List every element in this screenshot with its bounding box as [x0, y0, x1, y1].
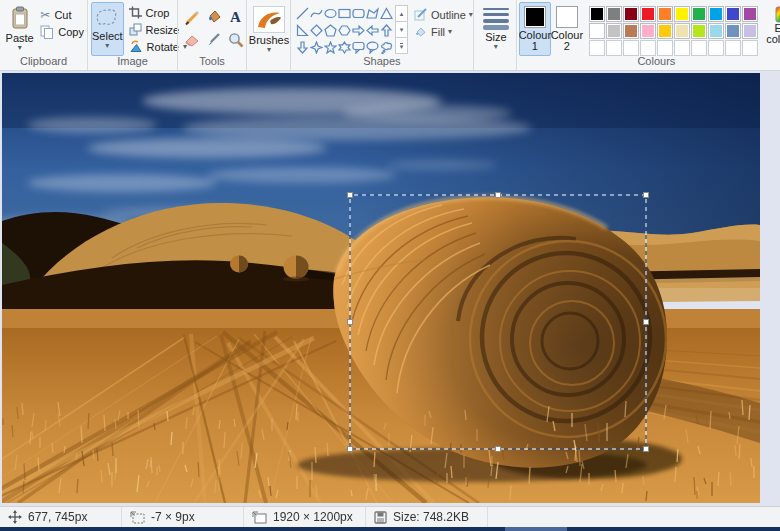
palette-swatch-r2-0[interactable] — [589, 23, 605, 39]
shape-polygon[interactable] — [365, 5, 379, 22]
palette-swatch-r1-2[interactable] — [623, 6, 639, 22]
text-tool-button[interactable]: A — [225, 6, 246, 28]
shape-four-point-star[interactable] — [309, 39, 323, 56]
palette-swatch-r1-6[interactable] — [691, 6, 707, 22]
shape-five-point-star[interactable] — [323, 39, 337, 56]
shape-hexagon[interactable] — [337, 22, 351, 39]
palette-swatch-empty-6[interactable] — [691, 40, 707, 56]
shape-up-arrow[interactable] — [379, 22, 393, 39]
colour2-swatch — [556, 6, 578, 28]
save-icon — [374, 511, 387, 524]
line-icon — [296, 7, 309, 20]
copy-button[interactable]: Copy — [37, 23, 87, 40]
paste-button[interactable]: Paste ▾ — [4, 2, 35, 56]
brushes-button[interactable]: Brushes ▾ — [248, 2, 290, 56]
paste-dropdown-arrow[interactable]: ▾ — [18, 44, 22, 51]
palette-swatch-empty-7[interactable] — [708, 40, 724, 56]
select-dropdown-arrow[interactable]: ▾ — [105, 42, 109, 49]
hexagon-icon — [338, 24, 351, 37]
magnifier-tool-button[interactable] — [225, 29, 246, 51]
fill-dropdown-arrow[interactable]: ▾ — [448, 28, 452, 35]
file-size-value: Size: 748.2KB — [393, 510, 469, 524]
edit-colours-icon — [775, 6, 780, 23]
pencil-tool-button[interactable] — [181, 6, 202, 28]
shape-six-point-star[interactable] — [337, 39, 351, 56]
eraser-tool-button[interactable] — [181, 29, 202, 51]
shape-diamond[interactable] — [309, 22, 323, 39]
palette-swatch-r1-7[interactable] — [708, 6, 724, 22]
cut-button[interactable]: ✂ Cut — [37, 6, 87, 23]
palette-swatch-r2-9[interactable] — [742, 23, 758, 39]
photo-canvas[interactable] — [2, 73, 760, 503]
four-point-star-icon — [310, 41, 323, 54]
left-arrow-icon — [366, 24, 379, 37]
palette-swatch-r2-3[interactable] — [640, 23, 656, 39]
shape-triangle[interactable] — [379, 5, 393, 22]
group-clipboard: Paste ▾ ✂ Cut Copy Clipboard — [0, 0, 87, 70]
palette-swatch-empty-9[interactable] — [742, 40, 758, 56]
palette-swatch-empty-5[interactable] — [674, 40, 690, 56]
palette-swatch-empty-8[interactable] — [725, 40, 741, 56]
shape-rectangle[interactable] — [337, 5, 351, 22]
color-picker-tool-button[interactable] — [203, 29, 224, 51]
oval-icon — [324, 7, 337, 20]
palette-swatch-r2-7[interactable] — [708, 23, 724, 39]
cursor-position-value: 677, 745px — [28, 510, 87, 524]
palette-swatch-r1-8[interactable] — [725, 6, 741, 22]
shapes-scroll-up-button[interactable]: ▴ — [395, 5, 408, 22]
palette-swatch-r2-5[interactable] — [674, 23, 690, 39]
shape-right-triangle[interactable] — [295, 22, 309, 39]
shape-oval-callout[interactable] — [365, 39, 379, 56]
colour1-button[interactable]: Colour1 — [519, 2, 551, 56]
colour2-button[interactable]: Colour2 — [551, 2, 583, 56]
size-dropdown-arrow[interactable]: ▾ — [494, 43, 498, 50]
palette-swatch-r1-4[interactable] — [657, 6, 673, 22]
shape-oval[interactable] — [323, 5, 337, 22]
shape-cloud-callout[interactable] — [379, 39, 393, 56]
fill-tool-button[interactable] — [203, 6, 224, 28]
status-bar: 677, 745px -7 × 9px 1920 × 1200px Size: … — [0, 506, 780, 527]
palette-swatch-empty-4[interactable] — [657, 40, 673, 56]
shape-left-arrow[interactable] — [365, 22, 379, 39]
fill-button[interactable]: Fill ▾ — [414, 25, 473, 38]
palette-swatch-empty-2[interactable] — [623, 40, 639, 56]
shapes-more-button[interactable]: ▾ — [395, 37, 408, 54]
palette-swatch-r2-1[interactable] — [606, 23, 622, 39]
select-button[interactable]: Select ▾ — [91, 2, 124, 56]
palette-swatch-r2-6[interactable] — [691, 23, 707, 39]
palette-swatch-r1-5[interactable] — [674, 6, 690, 22]
brushes-dropdown-arrow[interactable]: ▾ — [267, 46, 271, 53]
palette-swatch-r1-1[interactable] — [606, 6, 622, 22]
outline-button[interactable]: Outline ▾ — [414, 8, 473, 21]
shapes-scroll-down-button[interactable]: ▾ — [395, 21, 408, 38]
up-arrow-icon — [380, 24, 393, 37]
shape-rounded-rectangle[interactable] — [351, 5, 365, 22]
shape-curve[interactable] — [309, 5, 323, 22]
shape-line[interactable] — [295, 5, 309, 22]
shape-right-arrow[interactable] — [351, 22, 365, 39]
palette-swatch-empty-1[interactable] — [606, 40, 622, 56]
shape-pentagon[interactable] — [323, 22, 337, 39]
right-triangle-icon — [296, 24, 309, 37]
palette-swatch-r1-9[interactable] — [742, 6, 758, 22]
palette-swatch-empty-0[interactable] — [589, 40, 605, 56]
shape-down-arrow[interactable] — [295, 39, 309, 56]
palette-swatch-empty-3[interactable] — [640, 40, 656, 56]
pencil-icon — [183, 8, 201, 26]
ribbon: Paste ▾ ✂ Cut Copy Clipboard Select ▾ — [0, 0, 780, 71]
image-size-icon — [252, 511, 267, 524]
palette-swatch-r1-3[interactable] — [640, 6, 656, 22]
palette-swatch-r2-4[interactable] — [657, 23, 673, 39]
size-button[interactable]: Size ▾ — [476, 2, 516, 56]
edit-colours-label: Editcolours — [766, 23, 780, 45]
copy-icon — [40, 25, 54, 39]
cloud-callout-icon — [380, 41, 393, 54]
palette-swatch-r2-2[interactable] — [623, 23, 639, 39]
palette-swatch-r2-8[interactable] — [725, 23, 741, 39]
diamond-icon — [310, 24, 323, 37]
shape-rounded-callout[interactable] — [351, 39, 365, 56]
cursor-position-icon — [8, 510, 22, 524]
palette-swatch-r1-0[interactable] — [589, 6, 605, 22]
fill-bucket-icon — [205, 8, 223, 26]
canvas-area[interactable] — [0, 72, 780, 506]
